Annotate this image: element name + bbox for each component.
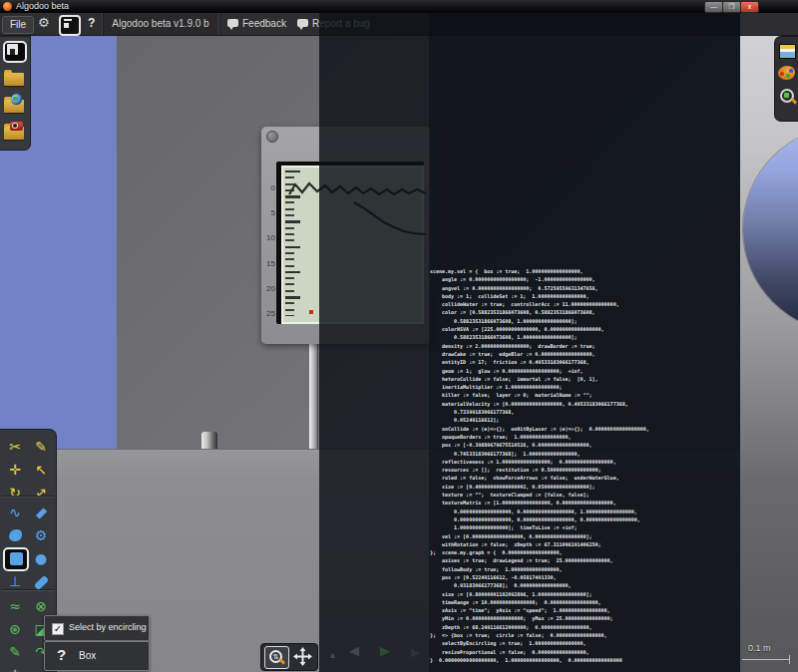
fixate-icon: ⊥ xyxy=(9,573,21,589)
console-line: timeRange := 10.000000000000000; 0.00000… xyxy=(430,598,738,606)
tool-box[interactable] xyxy=(3,547,29,571)
polygon-shape-icon xyxy=(9,529,22,541)
console-line: body := 1; collideSet := 1; 1.0000000000… xyxy=(430,292,738,300)
file-menu-button[interactable]: File xyxy=(2,16,34,34)
floppy-disk-icon xyxy=(3,41,27,63)
tool-sketch[interactable]: ∿ xyxy=(3,502,27,523)
tool-no-collide[interactable]: ⊗ xyxy=(29,595,53,617)
console-line: 0.05249116612]; xyxy=(430,416,738,424)
tool-rotate[interactable]: ↻ xyxy=(3,482,27,504)
console-line: drawCake := true; edgeBlur := 0.00000000… xyxy=(430,350,738,358)
console-line: angvel := 0.00000000000000000; 0.5725955… xyxy=(430,284,738,292)
open-scene-button[interactable] xyxy=(3,66,27,90)
help-menu-button[interactable]: ? xyxy=(88,16,95,30)
minimize-button[interactable]: — xyxy=(704,1,723,13)
graph-ytick-label: 25 xyxy=(263,309,275,318)
console-line: 0.00000000000000000, 0.00000000000000000… xyxy=(430,515,738,523)
tool-cut[interactable]: ✂ xyxy=(3,436,27,458)
feedback-button[interactable]: Feedback xyxy=(227,13,286,35)
tool-brush[interactable]: ✎ xyxy=(29,436,53,458)
tool-tracer[interactable]: ✻ xyxy=(3,664,27,672)
console-line: vel := [0.00000000000000000, 0.000000000… xyxy=(430,532,738,540)
settings-gear-icon[interactable]: ⚙ xyxy=(38,15,50,30)
tool-axle[interactable]: ⊛ xyxy=(3,618,27,640)
tracer-icon: ✻ xyxy=(9,667,21,672)
close-button[interactable]: x xyxy=(740,1,759,13)
view-controls: ⇅ xyxy=(260,643,318,671)
ghost-forward-icon[interactable]: ▶ xyxy=(411,646,419,659)
console-line: pos := [-0.39880679675510526, 0.00000000… xyxy=(430,441,738,449)
globe-icon xyxy=(11,94,22,105)
sketch-icon: ∿ xyxy=(9,504,21,520)
console-line: collideWater := true; controllerAcc := 1… xyxy=(430,300,738,308)
tool-move[interactable]: ✛ xyxy=(3,459,27,481)
console-line: 1.0000000000000000]; timeToLive := +inf; xyxy=(430,523,738,531)
console-line: geom := 1; glow := 0.00000000000000000; … xyxy=(430,367,738,375)
console-line: }; => {box := true; circle := false; 0.0… xyxy=(430,631,738,639)
window-title: Algodoo beta xyxy=(16,1,69,11)
console-line: materialVelocity := [0.00000000000000000… xyxy=(430,400,738,408)
brush-icon: ✎ xyxy=(35,439,47,455)
browse-online-button[interactable] xyxy=(3,93,27,117)
circle-icon: ● xyxy=(35,550,47,566)
console-line: reflectiveness := 1.0000000000000000; 0.… xyxy=(430,458,738,466)
scale-tick xyxy=(789,655,790,664)
tool-circle[interactable]: ● xyxy=(29,547,53,569)
pole-object[interactable] xyxy=(309,337,318,449)
tool-drag[interactable]: ↖ xyxy=(29,459,53,481)
ghost-play-icon[interactable]: ▶ xyxy=(380,644,390,657)
axle-icon: ⊛ xyxy=(9,621,21,637)
pan-arrows-icon xyxy=(291,646,314,667)
save-scene-button[interactable] xyxy=(3,41,27,65)
graph-ytick-label: 0 xyxy=(263,183,275,192)
capsule-shape-icon xyxy=(33,575,49,591)
pan-tool-button[interactable] xyxy=(291,646,314,667)
cut-icon: ✂ xyxy=(9,439,21,455)
tool-laser-pen[interactable]: ✎ xyxy=(3,641,27,663)
console-line: 0.93183066177368]; 0.0000000000000000, xyxy=(430,581,738,589)
no-collide-icon: ⊗ xyxy=(35,598,47,614)
tool-gear[interactable]: ⚙ xyxy=(29,524,53,546)
background-settings-icon[interactable] xyxy=(779,44,796,59)
ghost-undo-icon[interactable]: ▲ xyxy=(328,649,337,662)
zoom-to-scene-icon[interactable] xyxy=(780,89,794,103)
lessons-button[interactable] xyxy=(3,120,27,144)
console-line: size := [0.80000001192092896, 1.00000000… xyxy=(430,590,738,598)
speech-bubble-icon xyxy=(227,19,238,27)
scale-indicator: 0.1 m xyxy=(742,643,794,669)
title-bar[interactable]: Algodoo beta — ❐ x xyxy=(0,0,798,13)
console-line: resources := []; restitution := 0.500000… xyxy=(430,466,738,474)
console-line: onCollide := (e)=>{}; onHitByLaser := (e… xyxy=(430,425,738,433)
console-line: density := 2.0000000000000000; drawBorde… xyxy=(430,342,738,350)
camera-icon xyxy=(10,122,23,131)
tool-polygon[interactable] xyxy=(3,524,27,546)
tool-spring[interactable]: ≈ xyxy=(3,595,27,617)
ghost-back-icon[interactable]: ◀ xyxy=(349,644,359,657)
console-script-dump[interactable]: scene.my.sel = { box := true; 1.00000000… xyxy=(430,267,738,666)
console-line: 0.74533183066177368]; 1.0000000000000000… xyxy=(430,450,738,458)
console-line: textureMatrix := [1.0000000000000000, 0.… xyxy=(430,499,738,506)
console-line: } 0.00000000000000000, 1.000000000000000… xyxy=(430,656,738,664)
graph-window-knob[interactable] xyxy=(266,131,278,143)
graph-ytick-label: 10 xyxy=(263,233,275,242)
box-tool-help[interactable]: ? Box xyxy=(44,641,150,671)
restore-button[interactable]: ❐ xyxy=(722,1,741,13)
graph-red-marker xyxy=(309,310,313,314)
blue-ball-object[interactable] xyxy=(743,127,798,332)
drag-icon: ↖ xyxy=(35,462,47,478)
console-line: 0.58823531866073608, 1.0000000000000000]… xyxy=(430,317,738,325)
cylinder-object[interactable] xyxy=(201,432,217,449)
zoom-tool-button[interactable]: ⇅ xyxy=(264,646,289,669)
console-line: yMin := 0.00000000000000000; yMax := 25.… xyxy=(430,614,738,622)
tool-scale[interactable]: ↔ xyxy=(29,482,53,504)
scene-right-strip: 0.1 m xyxy=(740,35,798,672)
layout-window-button[interactable] xyxy=(59,15,81,36)
tool-plane[interactable]: ▬ xyxy=(29,502,53,523)
scale-label: 0.1 m xyxy=(748,643,771,653)
console-line: selectByEncircling := true; 1.0000000000… xyxy=(430,639,738,647)
console-line: withRotation := false; zDepth := 67.3110… xyxy=(430,540,738,548)
palette-icon[interactable] xyxy=(778,66,795,80)
console-line: texture := ""; textureClamped := [false,… xyxy=(430,491,738,499)
checkbox-checked-icon[interactable]: ✓ xyxy=(52,623,64,635)
select-by-encircling-option[interactable]: ✓ Select by encircling xyxy=(44,615,150,641)
